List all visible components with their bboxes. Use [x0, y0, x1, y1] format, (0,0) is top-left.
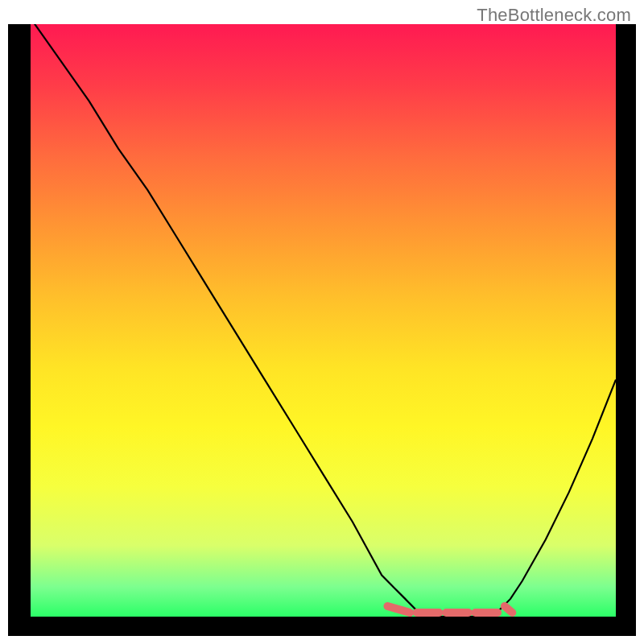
minimum-dash: [505, 606, 512, 613]
bottleneck-curve: [31, 24, 616, 617]
minimum-dash: [388, 606, 411, 613]
curve-svg: [31, 24, 616, 617]
plot-area: [31, 24, 616, 617]
watermark-text: TheBottleneck.com: [477, 5, 631, 26]
chart-frame: [8, 24, 636, 636]
minimum-dash-group: [388, 606, 513, 613]
